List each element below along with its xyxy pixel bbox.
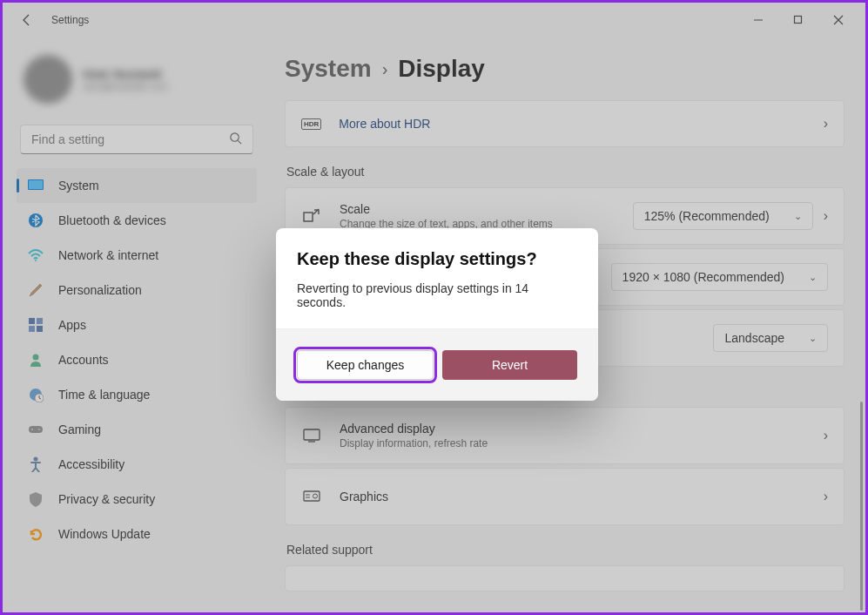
keep-changes-button[interactable]: Keep changes [297, 350, 434, 380]
dialog-message: Reverting to previous display settings i… [297, 281, 577, 309]
revert-button[interactable]: Revert [442, 350, 577, 380]
display-settings-dialog: Keep these display settings? Reverting t… [276, 228, 598, 401]
dialog-title: Keep these display settings? [297, 249, 577, 269]
